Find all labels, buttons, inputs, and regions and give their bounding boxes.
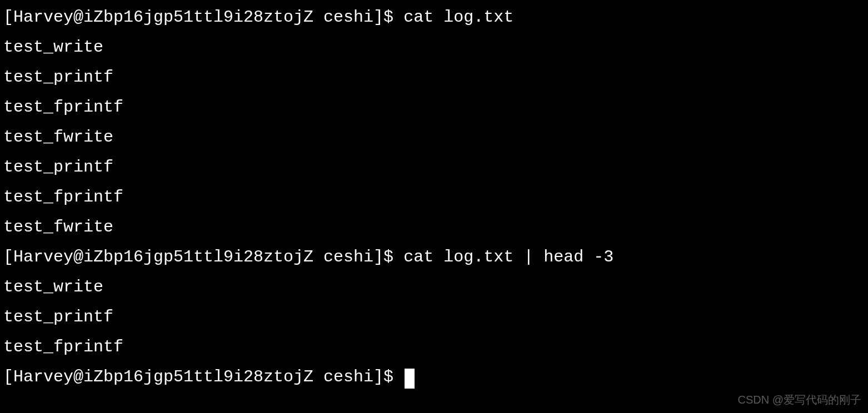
output-line: test_printf xyxy=(3,158,113,177)
output-line: test_fwrite xyxy=(3,128,113,147)
output-line: test_fprintf xyxy=(3,188,123,206)
output-line: test_write xyxy=(3,38,103,57)
watermark: CSDN @爱写代码的刚子 xyxy=(737,390,861,410)
output-line: test_write xyxy=(3,278,103,296)
shell-command: cat log.txt | head -3 xyxy=(403,248,613,266)
cursor[interactable] xyxy=(405,369,415,389)
shell-prompt: [Harvey@iZbp16jgp51ttl9i28ztojZ ceshi]$ xyxy=(3,248,403,266)
output-line: test_printf xyxy=(3,308,113,326)
shell-prompt: [Harvey@iZbp16jgp51ttl9i28ztojZ ceshi]$ xyxy=(3,8,403,27)
output-line: test_fprintf xyxy=(3,338,123,356)
output-line: test_fwrite xyxy=(3,218,113,236)
shell-prompt: [Harvey@iZbp16jgp51ttl9i28ztojZ ceshi]$ xyxy=(3,367,403,386)
terminal[interactable]: [Harvey@iZbp16jgp51ttl9i28ztojZ ceshi]$ … xyxy=(3,2,865,392)
output-line: test_printf xyxy=(3,68,113,87)
shell-command: cat log.txt xyxy=(403,8,513,27)
output-line: test_fprintf xyxy=(3,98,123,117)
